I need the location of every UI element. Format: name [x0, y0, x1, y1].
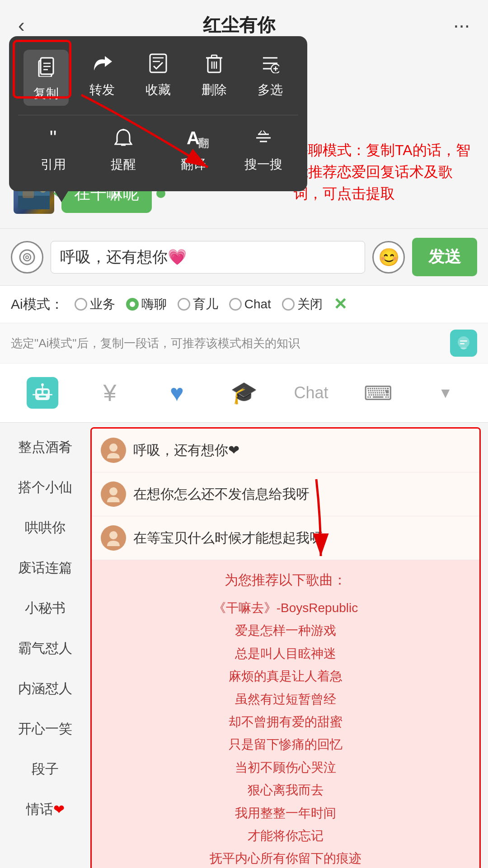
svg-point-30 [26, 256, 28, 259]
delete-icon [201, 50, 228, 77]
toolbar-robot-button[interactable] [9, 371, 76, 415]
radio-parenting[interactable]: 育儿 [178, 296, 218, 313]
forward-icon [89, 50, 116, 77]
toolbar-chat-button[interactable]: Chat [277, 377, 345, 409]
svg-point-29 [23, 254, 31, 261]
response-avatar-1 [101, 438, 126, 463]
svg-rect-5 [150, 54, 166, 72]
svg-point-43 [109, 443, 117, 452]
voice-button[interactable] [11, 241, 43, 274]
menu-arrow [54, 190, 69, 202]
remind-icon [110, 124, 137, 151]
keyboard-icon: ⌨ [364, 382, 393, 405]
response-text-2: 在想你怎么还不发信息给我呀 [133, 485, 310, 504]
song-lyric-line: 虽然有过短暂曾经 [101, 688, 470, 711]
svg-rect-8 [211, 55, 217, 58]
translate-label: 翻译 [181, 156, 206, 173]
search-menu-item[interactable]: 搜一搜 [241, 124, 286, 173]
translate-icon: A翻 [180, 124, 207, 151]
sidebar-item-nonsense[interactable]: 废话连篇 [0, 548, 90, 588]
song-lyric-line: 当初不顾伤心哭泣 [101, 756, 470, 779]
back-button[interactable]: ‹ [18, 14, 25, 37]
sidebar-item-smile[interactable]: 开心一笑 [0, 709, 90, 749]
delete-menu-item[interactable]: 删除 [192, 50, 237, 106]
quote-label: 引用 [41, 156, 66, 173]
message-input[interactable] [51, 241, 365, 274]
radio-haichat-label: 嗨聊 [141, 296, 167, 313]
forward-label: 转发 [89, 81, 115, 99]
radio-off-circle [282, 298, 295, 311]
sidebar-item-secretary[interactable]: 小秘书 [0, 588, 90, 628]
response-item-1[interactable]: 呼吸，还有想你❤ [92, 429, 479, 472]
svg-point-39 [41, 383, 44, 386]
radio-chat[interactable]: Chat [229, 297, 271, 311]
close-ai-button[interactable]: ✕ [333, 295, 347, 314]
song-lyric-line: 我用整整一年时间 [101, 802, 470, 825]
send-button[interactable]: 发送 [412, 238, 477, 276]
song-lyric-line: 才能将你忘记 [101, 825, 470, 847]
response-avatar-3 [101, 525, 126, 551]
collect-menu-item[interactable]: 收藏 [136, 50, 181, 106]
delete-label: 删除 [202, 81, 227, 99]
radio-haichat[interactable]: 嗨聊 [126, 296, 167, 313]
chat-small-icon[interactable] [450, 330, 477, 357]
response-text-3: 在等宝贝什么时候才能想起我呀 [133, 528, 323, 547]
more-button[interactable]: ··· [453, 14, 470, 37]
context-menu-row-2: " 引用 提醒 A翻 翻译 [18, 124, 298, 173]
response-item-2[interactable]: 在想你怎么还不发信息给我呀 [92, 472, 479, 516]
input-area: 😊 发送 [0, 228, 488, 286]
song-lyric-line: 狠心离我而去 [101, 779, 470, 802]
chat-text-icon: Chat [294, 383, 328, 402]
song-lyric-line: 却不曾拥有爱的甜蜜 [101, 711, 470, 733]
song-section: 为您推荐以下歌曲： 《干嘛去》-BoysRepublic 爱是怎样一种游戏总是叫… [92, 560, 479, 868]
svg-rect-33 [460, 343, 465, 344]
sidebar-item-match[interactable]: 搭个小仙 [0, 467, 90, 508]
song-lyric-line: 总是叫人目眩神迷 [101, 642, 470, 665]
radio-business-label: 业务 [90, 296, 115, 313]
radio-chat-circle [229, 298, 242, 311]
forward-menu-item[interactable]: 转发 [80, 50, 125, 106]
svg-point-31 [458, 337, 469, 348]
quote-menu-item[interactable]: " 引用 [31, 124, 76, 173]
remind-menu-item[interactable]: 提醒 [101, 124, 146, 173]
toolbar-keyboard-button[interactable]: ⌨ [345, 375, 412, 411]
song-lyric-line: 只是留下惨痛的回忆 [101, 733, 470, 756]
toolbar-yuan-button[interactable]: ¥ [76, 373, 144, 413]
toolbar-cap-button[interactable]: 🎓 [211, 374, 278, 412]
emoji-button[interactable]: 😊 [372, 241, 405, 274]
multiselect-menu-item[interactable]: 多选 [248, 50, 293, 106]
info-bar-text: 选定"Ai模式"后，复制一段话，可推荐该模式相关的知识 [11, 335, 450, 351]
radio-chat-label: Chat [244, 297, 271, 311]
annotation-text: 嗨聊模式：复制TA的话，智能推荐恋爱回复话术及歌词，可点击提取 [294, 139, 474, 204]
song-lyric-line: 爱是怎样一种游戏 [101, 619, 470, 642]
page-title: 红尘有你 [203, 13, 275, 38]
sidebar-item-domineering[interactable]: 霸气怼人 [0, 628, 90, 669]
radio-off[interactable]: 关闭 [282, 296, 323, 313]
sidebar-item-jokes[interactable]: 段子 [0, 749, 90, 789]
right-panel: 呼吸，还有想你❤ 在想你怎么还不发信息给我呀 在等宝贝什么时候才能想起我呀 [90, 427, 481, 868]
collect-label: 收藏 [145, 81, 171, 99]
translate-menu-item[interactable]: A翻 翻译 [171, 124, 216, 173]
heart-icon: ♥ [170, 379, 184, 406]
toolbar-heart-button[interactable]: ♥ [143, 373, 211, 413]
radio-parenting-circle [178, 298, 190, 311]
song-name: 《干嘛去》-BoysRepublic [101, 597, 470, 619]
radio-parenting-label: 育儿 [193, 296, 218, 313]
sidebar-item-drink[interactable]: 整点酒肴 [0, 427, 90, 467]
radio-business[interactable]: 业务 [75, 296, 115, 313]
svg-point-45 [109, 531, 117, 539]
remind-label: 提醒 [111, 156, 136, 173]
song-lyric-line: 抚平内心所有你留下的痕迹 [101, 847, 470, 868]
response-avatar-2 [101, 481, 126, 507]
toolbar-more-button[interactable]: ▼ [412, 378, 479, 408]
yuan-icon: ¥ [103, 379, 116, 406]
multiselect-icon [257, 50, 284, 77]
dropdown-arrow-icon: ▼ [438, 385, 453, 401]
copy-highlight-box [13, 40, 71, 99]
sidebar-item-connotation[interactable]: 内涵怼人 [0, 669, 90, 709]
response-text-1: 呼吸，还有想你❤ [133, 441, 239, 460]
main-content: 整点酒肴 搭个小仙 哄哄你 废话连篇 小秘书 霸气怼人 内涵怼人 开心一笑 段子… [0, 423, 488, 868]
sidebar-item-coax[interactable]: 哄哄你 [0, 508, 90, 548]
sidebar-item-love[interactable]: 情话❤ [0, 789, 90, 830]
response-item-3[interactable]: 在等宝贝什么时候才能想起我呀 [92, 516, 479, 560]
